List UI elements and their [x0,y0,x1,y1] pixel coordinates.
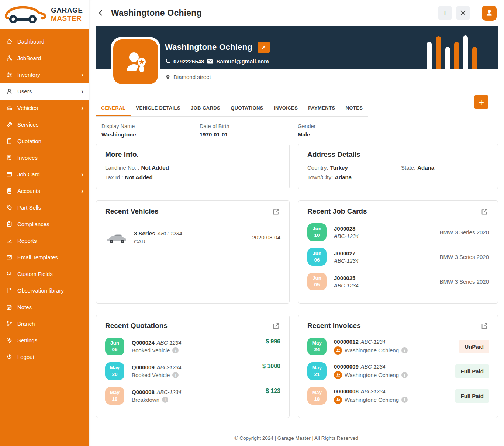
banner-bars-decoration [427,34,477,69]
field-gender: Gender Male [298,123,396,138]
job-card-list-item[interactable]: Jun06 J000027 ABC-1234 BMW 3 Series 2020 [307,248,489,266]
sidebar-item-reports[interactable]: Reports [0,232,89,249]
card-title: Recent Job Cards [307,207,367,215]
invoice-info: 00000009ABC-1234 Washingtone Ochiengi [334,363,408,379]
edit-profile-button[interactable] [258,42,270,53]
sidebar-item-label: Accounts [17,188,40,194]
field-label: Date of Birth [200,123,298,129]
tab-vehicle-details[interactable]: VEHICLE DETAILS [131,101,186,116]
sidebar-item-settings[interactable]: Settings [0,332,89,349]
state-label: State: [401,165,415,171]
quotation-list-item[interactable]: May20 Q000009ABC-1234 Booked Vehiclei $ … [105,362,280,380]
more-info-card: More Info. Landline No. :Not Added Tax I… [96,144,290,189]
quotation-list-item[interactable]: May18 Q000008ABC-1234 Breakdowni $ 123 [105,387,280,405]
customer-name: Washingtone Ochieng [165,42,252,52]
landline-row: Landline No. :Not Added [105,163,280,173]
tab-quotations[interactable]: QUOTATIONS [225,101,269,116]
cards-grid: More Info. Landline No. :Not Added Tax I… [96,144,498,418]
sidebar-item-observation-library[interactable]: Observation library [0,282,89,299]
tax-id-value: Not Added [125,174,152,180]
quotation-list-item[interactable]: Jun05 Q000024ABC-1234 Booked Vehiclei $ … [105,338,280,355]
job-card-number: J000027 [334,250,359,256]
job-card-list-item[interactable]: Jun10 J000028 ABC-1234 BMW 3 Series 2020 [307,223,489,241]
sidebar-item-quotation[interactable]: Quotation [0,133,89,149]
invoice-plate: ABC-1234 [361,388,386,394]
info-icon[interactable]: i [401,397,408,403]
info-icon[interactable]: i [162,397,168,403]
recent-job-cards-card: Recent Job Cards Jun10 J000028 ABC-1234 … [298,200,498,304]
tax-id-label: Tax Id : [105,174,123,180]
sidebar-item-label: Job Card [17,171,40,177]
open-job-cards-button[interactable] [480,207,489,217]
back-button[interactable] [97,8,106,17]
add-record-button[interactable]: + [474,95,488,109]
job-card-list-item[interactable]: Jun05 J000025 ABC-1234 BMW 3 Series 2020 [307,273,489,290]
job-card-info: J000025 ABC-1234 [334,275,359,288]
card-title: Recent Invoices [307,322,361,330]
sidebar-item-invoices[interactable]: Invoices [0,149,89,166]
card-icon [6,171,13,177]
job-card-vehicle: BMW 3 Series 2020 [440,254,489,260]
date-badge: Jun05 [105,338,124,355]
sidebar-item-services[interactable]: Services [0,116,89,133]
gear-icon [6,337,13,343]
top-header: Washingtone Ochieng + [89,0,504,26]
date-badge: Jun06 [307,248,327,266]
external-link-icon [481,322,488,330]
open-vehicles-button[interactable] [272,207,280,217]
sidebar-item-part-sells[interactable]: Part Sells [0,199,89,216]
tab-payments[interactable]: PAYMENTS [303,101,340,116]
invoice-plate: ABC-1234 [361,339,386,345]
tab-general[interactable]: GENERAL [96,101,131,116]
sidebar-item-inventory[interactable]: Inventory › [0,66,89,83]
date-badge: May24 [307,338,327,355]
sidebar-item-branch[interactable]: Branch [0,315,89,332]
sidebar-item-label: Reports [17,238,37,244]
date-badge: May18 [307,387,327,405]
tab-notes[interactable]: NOTES [341,101,368,116]
invoice-customer: Washingtone Ochieng [345,372,399,378]
invoice-list-item[interactable]: May24 00000012ABC-1234 Washingtone Ochie… [307,338,489,355]
quotation-amount: $ 996 [266,338,280,345]
sidebar-item-users[interactable]: Users › [0,83,89,100]
info-icon[interactable]: i [172,347,179,353]
sidebar-item-jobboard[interactable]: JobBoard [0,50,89,66]
sidebar-item-dashboard[interactable]: Dashboard [0,33,89,50]
tab-invoices[interactable]: INVOICES [269,101,303,116]
sidebar-item-label: Logout [17,354,34,360]
invoice-list-item[interactable]: May21 00000009ABC-1234 Washingtone Ochie… [307,362,489,380]
sidebar-item-label: Inventory [17,72,40,78]
info-icon[interactable]: i [401,372,408,378]
sidebar-item-job-card[interactable]: Job Card › [0,166,89,183]
chevron-right-icon: › [81,188,83,194]
sidebar-item-label: Settings [17,337,37,343]
job-card-plate: ABC-1234 [334,258,359,264]
tab-job-cards[interactable]: JOB CARDS [186,101,225,116]
invoice-list-item[interactable]: May18 00000008ABC-1234 Washingtone Ochie… [307,387,489,405]
recent-invoices-card: Recent Invoices May24 00000012ABC-1234 W… [298,315,498,418]
email-icon [207,59,213,64]
sidebar-item-label: Branch [17,321,35,327]
country-row: Country:Turkey [307,163,401,173]
sidebar-item-compliances[interactable]: Compliances [0,216,89,232]
sidebar-item-vehicles[interactable]: Vehicles › [0,100,89,116]
sidebar-item-custom-fields[interactable]: Custom Fields [0,266,89,282]
info-icon[interactable]: i [401,347,408,353]
invoice-status-badge: Full Paid [455,389,489,403]
sidebar-item-logout[interactable]: Logout [0,349,89,365]
job-card-number: J000025 [334,275,359,281]
profile-menu-button[interactable] [482,6,497,21]
brand-line2: MASTER [51,14,83,23]
info-icon[interactable]: i [172,372,179,378]
vehicle-list-item[interactable]: 3 SeriesABC-1234 CAR 2020-03-04 [105,230,280,245]
open-quotations-button[interactable] [272,322,280,332]
quote-document-icon [6,138,13,144]
sidebar-item-notes[interactable]: Notes [0,299,89,315]
date-badge: May21 [307,362,327,380]
add-button[interactable]: + [438,6,452,20]
state-row: State:Adana [401,163,434,173]
sidebar-item-email-templates[interactable]: Email Templates [0,249,89,266]
sidebar-item-accounts[interactable]: Accounts › [0,183,89,199]
open-invoices-button[interactable] [480,322,489,332]
settings-button[interactable] [456,6,470,20]
